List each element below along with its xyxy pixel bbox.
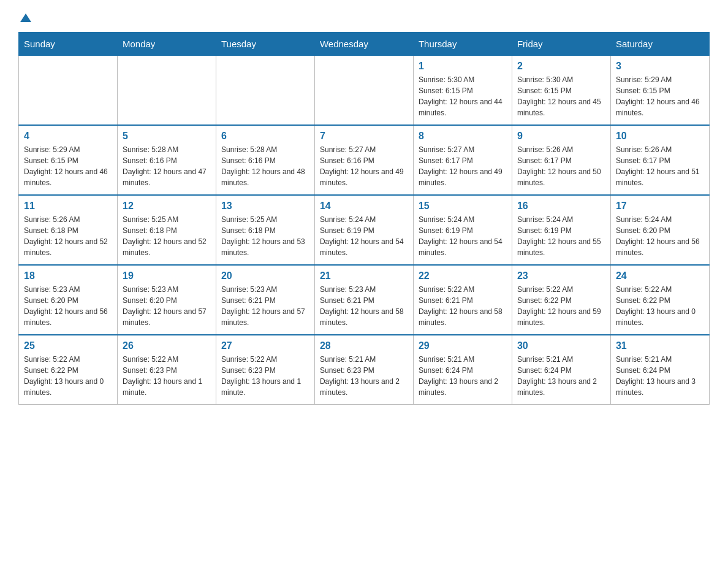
calendar-cell: 13Sunrise: 5:25 AMSunset: 6:18 PMDayligh… bbox=[216, 195, 314, 265]
weekday-header-friday: Friday bbox=[512, 33, 610, 56]
calendar-cell bbox=[19, 56, 118, 126]
calendar-cell: 1Sunrise: 5:30 AMSunset: 6:15 PMDaylight… bbox=[413, 56, 512, 126]
day-info: Sunrise: 5:28 AMSunset: 6:16 PMDaylight:… bbox=[123, 144, 211, 188]
calendar-cell: 3Sunrise: 5:29 AMSunset: 6:15 PMDaylight… bbox=[610, 56, 709, 126]
day-info: Sunrise: 5:23 AMSunset: 6:20 PMDaylight:… bbox=[123, 284, 211, 328]
day-info: Sunrise: 5:24 AMSunset: 6:19 PMDaylight:… bbox=[517, 214, 605, 258]
day-number: 22 bbox=[419, 270, 507, 282]
day-number: 17 bbox=[616, 201, 704, 212]
day-number: 30 bbox=[517, 340, 605, 351]
day-number: 21 bbox=[320, 270, 408, 282]
day-info: Sunrise: 5:21 AMSunset: 6:24 PMDaylight:… bbox=[517, 354, 605, 398]
day-number: 25 bbox=[24, 340, 112, 351]
day-info: Sunrise: 5:27 AMSunset: 6:16 PMDaylight:… bbox=[320, 144, 408, 188]
day-info: Sunrise: 5:30 AMSunset: 6:15 PMDaylight:… bbox=[517, 74, 605, 118]
day-number: 9 bbox=[517, 131, 605, 142]
day-info: Sunrise: 5:23 AMSunset: 6:21 PMDaylight:… bbox=[221, 284, 309, 328]
calendar-cell: 30Sunrise: 5:21 AMSunset: 6:24 PMDayligh… bbox=[512, 335, 610, 405]
calendar-cell: 5Sunrise: 5:28 AMSunset: 6:16 PMDaylight… bbox=[117, 125, 216, 195]
day-info: Sunrise: 5:26 AMSunset: 6:18 PMDaylight:… bbox=[24, 214, 112, 258]
day-info: Sunrise: 5:29 AMSunset: 6:15 PMDaylight:… bbox=[616, 74, 704, 118]
day-number: 6 bbox=[221, 131, 309, 142]
weekday-header-wednesday: Wednesday bbox=[314, 33, 413, 56]
day-info: Sunrise: 5:24 AMSunset: 6:19 PMDaylight:… bbox=[320, 214, 408, 258]
day-number: 24 bbox=[616, 270, 704, 282]
day-info: Sunrise: 5:22 AMSunset: 6:21 PMDaylight:… bbox=[419, 284, 507, 328]
calendar-cell: 16Sunrise: 5:24 AMSunset: 6:19 PMDayligh… bbox=[512, 195, 610, 265]
day-number: 15 bbox=[419, 201, 507, 212]
calendar-cell bbox=[314, 56, 413, 126]
calendar-cell: 9Sunrise: 5:26 AMSunset: 6:17 PMDaylight… bbox=[512, 125, 610, 195]
day-info: Sunrise: 5:29 AMSunset: 6:15 PMDaylight:… bbox=[24, 144, 112, 188]
calendar-cell: 8Sunrise: 5:27 AMSunset: 6:17 PMDaylight… bbox=[413, 125, 512, 195]
calendar-week-row: 4Sunrise: 5:29 AMSunset: 6:15 PMDaylight… bbox=[19, 125, 710, 195]
weekday-header-sunday: Sunday bbox=[19, 33, 118, 56]
day-info: Sunrise: 5:25 AMSunset: 6:18 PMDaylight:… bbox=[221, 214, 309, 258]
day-number: 1 bbox=[419, 61, 507, 72]
weekday-header-thursday: Thursday bbox=[413, 33, 512, 56]
calendar-cell: 22Sunrise: 5:22 AMSunset: 6:21 PMDayligh… bbox=[413, 265, 512, 335]
calendar-cell: 10Sunrise: 5:26 AMSunset: 6:17 PMDayligh… bbox=[610, 125, 709, 195]
calendar-cell: 14Sunrise: 5:24 AMSunset: 6:19 PMDayligh… bbox=[314, 195, 413, 265]
calendar-cell: 31Sunrise: 5:21 AMSunset: 6:24 PMDayligh… bbox=[610, 335, 709, 405]
calendar-week-row: 11Sunrise: 5:26 AMSunset: 6:18 PMDayligh… bbox=[19, 195, 710, 265]
day-info: Sunrise: 5:22 AMSunset: 6:22 PMDaylight:… bbox=[616, 284, 704, 328]
day-number: 26 bbox=[123, 340, 211, 351]
weekday-header-tuesday: Tuesday bbox=[216, 33, 314, 56]
day-info: Sunrise: 5:22 AMSunset: 6:23 PMDaylight:… bbox=[221, 354, 309, 398]
day-number: 3 bbox=[616, 61, 704, 72]
day-number: 16 bbox=[517, 201, 605, 212]
day-number: 4 bbox=[24, 131, 112, 142]
weekday-header-saturday: Saturday bbox=[610, 33, 709, 56]
calendar-cell: 25Sunrise: 5:22 AMSunset: 6:22 PMDayligh… bbox=[19, 335, 118, 405]
calendar-cell: 29Sunrise: 5:21 AMSunset: 6:24 PMDayligh… bbox=[413, 335, 512, 405]
calendar-cell: 7Sunrise: 5:27 AMSunset: 6:16 PMDaylight… bbox=[314, 125, 413, 195]
day-info: Sunrise: 5:25 AMSunset: 6:18 PMDaylight:… bbox=[123, 214, 211, 258]
day-info: Sunrise: 5:24 AMSunset: 6:19 PMDaylight:… bbox=[419, 214, 507, 258]
calendar-cell: 12Sunrise: 5:25 AMSunset: 6:18 PMDayligh… bbox=[117, 195, 216, 265]
day-info: Sunrise: 5:21 AMSunset: 6:24 PMDaylight:… bbox=[616, 354, 704, 398]
calendar-cell: 28Sunrise: 5:21 AMSunset: 6:23 PMDayligh… bbox=[314, 335, 413, 405]
calendar-cell: 26Sunrise: 5:22 AMSunset: 6:23 PMDayligh… bbox=[117, 335, 216, 405]
calendar-cell: 4Sunrise: 5:29 AMSunset: 6:15 PMDaylight… bbox=[19, 125, 118, 195]
day-info: Sunrise: 5:28 AMSunset: 6:16 PMDaylight:… bbox=[221, 144, 309, 188]
calendar-cell bbox=[216, 56, 314, 126]
calendar-table: SundayMondayTuesdayWednesdayThursdayFrid… bbox=[18, 32, 710, 405]
calendar-cell: 18Sunrise: 5:23 AMSunset: 6:20 PMDayligh… bbox=[19, 265, 118, 335]
day-info: Sunrise: 5:26 AMSunset: 6:17 PMDaylight:… bbox=[616, 144, 704, 188]
day-number: 19 bbox=[123, 270, 211, 282]
day-number: 27 bbox=[221, 340, 309, 351]
day-info: Sunrise: 5:26 AMSunset: 6:17 PMDaylight:… bbox=[517, 144, 605, 188]
day-info: Sunrise: 5:24 AMSunset: 6:20 PMDaylight:… bbox=[616, 214, 704, 258]
day-number: 13 bbox=[221, 201, 309, 212]
weekday-header-monday: Monday bbox=[117, 33, 216, 56]
day-info: Sunrise: 5:23 AMSunset: 6:21 PMDaylight:… bbox=[320, 284, 408, 328]
weekday-header-row: SundayMondayTuesdayWednesdayThursdayFrid… bbox=[19, 33, 710, 56]
day-number: 10 bbox=[616, 131, 704, 142]
calendar-week-row: 1Sunrise: 5:30 AMSunset: 6:15 PMDaylight… bbox=[19, 56, 710, 126]
calendar-cell: 24Sunrise: 5:22 AMSunset: 6:22 PMDayligh… bbox=[610, 265, 709, 335]
day-number: 20 bbox=[221, 270, 309, 282]
calendar-cell: 19Sunrise: 5:23 AMSunset: 6:20 PMDayligh… bbox=[117, 265, 216, 335]
calendar-cell: 15Sunrise: 5:24 AMSunset: 6:19 PMDayligh… bbox=[413, 195, 512, 265]
day-number: 31 bbox=[616, 340, 704, 351]
day-number: 7 bbox=[320, 131, 408, 142]
day-number: 12 bbox=[123, 201, 211, 212]
calendar-cell: 11Sunrise: 5:26 AMSunset: 6:18 PMDayligh… bbox=[19, 195, 118, 265]
day-info: Sunrise: 5:21 AMSunset: 6:24 PMDaylight:… bbox=[419, 354, 507, 398]
day-info: Sunrise: 5:23 AMSunset: 6:20 PMDaylight:… bbox=[24, 284, 112, 328]
calendar-cell: 27Sunrise: 5:22 AMSunset: 6:23 PMDayligh… bbox=[216, 335, 314, 405]
day-number: 29 bbox=[419, 340, 507, 351]
day-number: 8 bbox=[419, 131, 507, 142]
day-number: 14 bbox=[320, 201, 408, 212]
calendar-cell: 6Sunrise: 5:28 AMSunset: 6:16 PMDaylight… bbox=[216, 125, 314, 195]
calendar-week-row: 18Sunrise: 5:23 AMSunset: 6:20 PMDayligh… bbox=[19, 265, 710, 335]
day-info: Sunrise: 5:21 AMSunset: 6:23 PMDaylight:… bbox=[320, 354, 408, 398]
day-number: 5 bbox=[123, 131, 211, 142]
day-number: 28 bbox=[320, 340, 408, 351]
logo bbox=[18, 12, 31, 20]
day-info: Sunrise: 5:27 AMSunset: 6:17 PMDaylight:… bbox=[419, 144, 507, 188]
calendar-week-row: 25Sunrise: 5:22 AMSunset: 6:22 PMDayligh… bbox=[19, 335, 710, 405]
calendar-cell: 23Sunrise: 5:22 AMSunset: 6:22 PMDayligh… bbox=[512, 265, 610, 335]
day-info: Sunrise: 5:22 AMSunset: 6:22 PMDaylight:… bbox=[517, 284, 605, 328]
